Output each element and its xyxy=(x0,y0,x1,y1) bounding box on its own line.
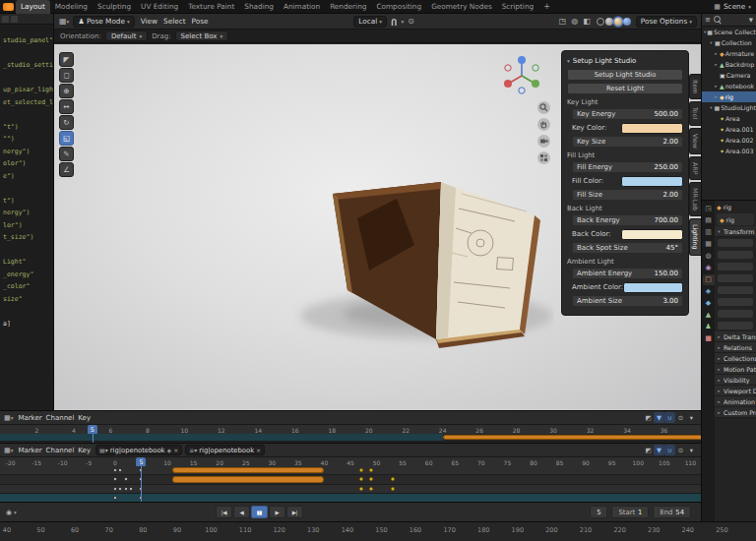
property-field-placeholder[interactable] xyxy=(718,322,753,330)
output-tab[interactable]: ▥ xyxy=(703,227,715,238)
code-lines[interactable]: studio_panel"_studio_settiup_pixar_lighe… xyxy=(0,25,53,331)
keyframe-selected[interactable] xyxy=(369,468,373,472)
panel-header[interactable]: ▸ Relations xyxy=(715,342,756,353)
menu-item[interactable]: Channel xyxy=(44,414,77,422)
workspace-tab[interactable]: Compositing xyxy=(371,0,426,14)
color-field[interactable]: Key Color: xyxy=(572,122,683,134)
scene-tab[interactable]: ◍ xyxy=(703,251,715,262)
mode-selector[interactable]: ♟ Pose Mode▾ xyxy=(73,16,134,28)
color-swatch[interactable] xyxy=(621,123,683,134)
workspace-tab[interactable]: Layout xyxy=(16,0,50,14)
keyframe[interactable] xyxy=(113,496,117,500)
pause-button[interactable]: ▮▮ xyxy=(251,506,268,518)
sidebar-tab[interactable]: MR-Lab xyxy=(689,182,701,216)
blender-logo-icon[interactable] xyxy=(3,3,14,11)
select-tweak-tool[interactable]: ◤ xyxy=(59,52,74,67)
color-field[interactable]: Fill Color: xyxy=(572,175,683,187)
timeline-ruler-bottom[interactable]: 4050607080901001101201301401501601701801… xyxy=(0,521,756,541)
workspace-tab[interactable]: Shading xyxy=(239,0,279,14)
outliner-item[interactable]: ▸ ▲ notebook xyxy=(702,81,756,91)
editor-type-icon[interactable]: ▦▾ xyxy=(4,414,13,422)
menu-item[interactable]: Key xyxy=(76,447,93,454)
keyframe[interactable] xyxy=(118,468,122,472)
text-menu-icon[interactable] xyxy=(11,16,18,23)
action-strip[interactable] xyxy=(443,435,701,440)
color-field[interactable]: Ambient Color: xyxy=(572,281,683,293)
editor-type-icon[interactable]: ▦▾ xyxy=(58,17,70,26)
expand-arrow-icon[interactable]: ▾ xyxy=(709,105,714,110)
keyframe-selected[interactable] xyxy=(391,487,395,491)
keyframe[interactable] xyxy=(124,487,128,491)
view-layer-tab[interactable]: ▦ xyxy=(703,239,715,250)
color-swatch[interactable] xyxy=(623,282,683,293)
channel-region[interactable] xyxy=(0,466,701,502)
expand-arrow-icon[interactable]: ▸ xyxy=(714,84,719,89)
workspace-tab[interactable]: Modeling xyxy=(50,0,93,14)
keyframe-selected[interactable] xyxy=(369,477,373,481)
show-markers-icon[interactable]: ◩ xyxy=(643,445,654,455)
camera-view-icon[interactable] xyxy=(537,135,550,148)
filter-icon[interactable]: ▼ xyxy=(654,445,664,455)
keyframe-selected[interactable] xyxy=(359,477,363,481)
panel-title[interactable]: ▾ Setup Light Studio xyxy=(567,54,683,67)
proportional-edit-icon[interactable]: ⊙ xyxy=(675,445,686,455)
snap-magnet-icon[interactable]: U xyxy=(390,17,399,26)
property-field-placeholder[interactable] xyxy=(718,298,753,306)
keyframe[interactable] xyxy=(113,477,117,481)
sidebar-tab[interactable]: ARP xyxy=(689,156,701,180)
navigation-gizmo[interactable] xyxy=(500,52,543,95)
action-strip[interactable] xyxy=(172,467,324,473)
auto-keying-icon[interactable]: ◉▾ xyxy=(6,509,17,516)
sidebar-tab[interactable]: View xyxy=(689,128,701,154)
dope-channel-row[interactable] xyxy=(0,434,701,442)
workspace-tab[interactable]: Scripting xyxy=(497,0,538,14)
add-workspace-button[interactable]: + xyxy=(540,2,553,11)
dope-channel-row[interactable] xyxy=(0,466,701,475)
energy-field[interactable]: Back Energy700.00 xyxy=(572,214,683,226)
outliner-item[interactable]: ▸ ◆ Armature xyxy=(702,48,756,59)
menu-item[interactable]: Marker xyxy=(16,414,43,422)
color-swatch[interactable] xyxy=(621,229,683,240)
energy-field[interactable]: Fill Energy250.00 xyxy=(572,161,683,173)
select-box-tool[interactable]: ◻ xyxy=(59,68,74,83)
outliner-item[interactable]: ▾ ▦ Collection xyxy=(702,37,756,48)
render-tab[interactable]: ▤ xyxy=(703,215,715,226)
outliner-item[interactable]: ✦ Area.003 xyxy=(702,146,756,156)
reset-light-button[interactable]: Reset Light xyxy=(567,83,683,94)
object-name-field[interactable]: ◆ rig xyxy=(717,213,754,225)
energy-field[interactable]: Key Energy500.00 xyxy=(572,108,683,120)
unlink-icon[interactable]: × xyxy=(173,447,178,453)
panel-header[interactable]: ▸ Viewport Display xyxy=(715,386,756,396)
modifier-tab[interactable]: ◈ xyxy=(703,286,715,297)
property-field-placeholder[interactable] xyxy=(718,251,753,259)
keyframe[interactable] xyxy=(113,487,117,491)
playhead[interactable]: 5 xyxy=(88,425,97,434)
show-overlays-icon[interactable]: ◍ xyxy=(570,17,579,26)
constraints-tab[interactable]: ▲ xyxy=(703,310,715,321)
annotate-tool[interactable]: ✎ xyxy=(59,147,74,161)
workspace-tab[interactable]: Geometry Nodes xyxy=(426,0,497,14)
breadcrumb-object[interactable]: rig xyxy=(724,204,731,210)
pan-hand-icon[interactable] xyxy=(537,118,550,131)
shading-rendered-icon[interactable] xyxy=(623,18,631,26)
scale-tool[interactable]: ◱ xyxy=(59,131,74,146)
jump-to-end-button[interactable]: ▶| xyxy=(286,506,303,518)
proportional-edit-icon[interactable]: ⊙ xyxy=(407,17,415,26)
action-selector[interactable]: ▤▾ rig|openotebook ◈ × xyxy=(95,445,182,455)
zoom-icon[interactable] xyxy=(537,101,550,114)
outliner-item[interactable]: ▸ ▲ Backdrop xyxy=(702,59,756,70)
keyframe[interactable] xyxy=(129,487,133,491)
dope-channel-row[interactable] xyxy=(0,485,701,494)
menu-item[interactable]: Key xyxy=(76,414,93,422)
keyframe-selected[interactable] xyxy=(391,477,395,481)
action-strip[interactable] xyxy=(172,476,324,482)
size-field[interactable]: Fill Size2.00 xyxy=(572,189,683,201)
property-field-placeholder[interactable] xyxy=(718,286,753,294)
playhead[interactable]: 5 xyxy=(136,457,146,466)
snap-icon[interactable]: ∪ xyxy=(664,412,675,423)
property-field-placeholder[interactable] xyxy=(718,310,753,318)
move-tool[interactable]: ↔ xyxy=(59,99,74,114)
energy-field[interactable]: Ambient Energy150.00 xyxy=(572,268,683,279)
shading-material-icon[interactable] xyxy=(614,18,622,26)
outliner-item[interactable]: ✦ Area xyxy=(702,113,756,124)
